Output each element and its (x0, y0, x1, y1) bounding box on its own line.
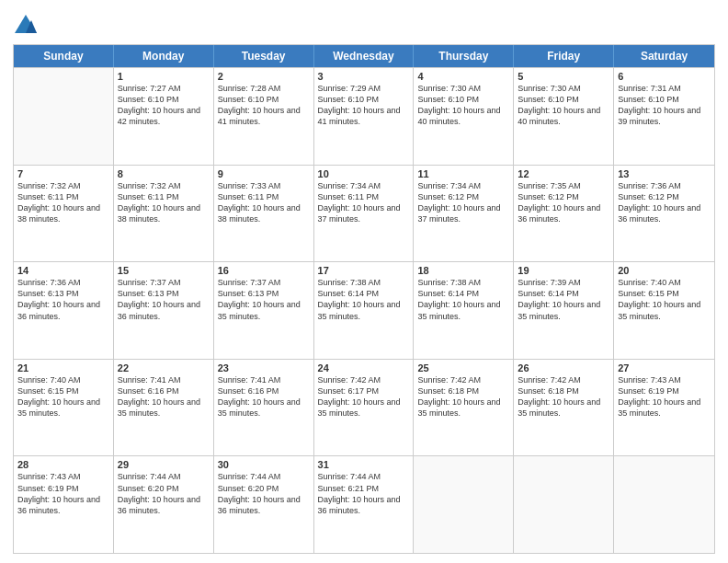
day-number: 23 (218, 362, 310, 373)
calendar-cell: 5Sunrise: 7:30 AM Sunset: 6:10 PM Daylig… (514, 68, 614, 165)
day-info: Sunrise: 7:41 AM Sunset: 6:16 PM Dayligh… (118, 374, 210, 419)
day-number: 31 (318, 459, 410, 470)
calendar-week-4: 21Sunrise: 7:40 AM Sunset: 6:15 PM Dayli… (14, 359, 714, 456)
day-number: 11 (417, 168, 509, 179)
day-number: 20 (618, 265, 711, 276)
day-number: 19 (518, 265, 609, 276)
day-number: 24 (318, 362, 410, 373)
day-number: 18 (417, 265, 509, 276)
day-info: Sunrise: 7:31 AM Sunset: 6:10 PM Dayligh… (618, 83, 711, 128)
calendar-cell: 12Sunrise: 7:35 AM Sunset: 6:12 PM Dayli… (514, 166, 614, 262)
calendar-cell: 30Sunrise: 7:44 AM Sunset: 6:20 PM Dayli… (214, 456, 314, 553)
calendar-cell: 11Sunrise: 7:34 AM Sunset: 6:12 PM Dayli… (414, 166, 514, 262)
calendar-cell: 18Sunrise: 7:38 AM Sunset: 6:14 PM Dayli… (414, 262, 514, 359)
calendar-week-2: 7Sunrise: 7:32 AM Sunset: 6:11 PM Daylig… (14, 165, 714, 262)
calendar-cell: 6Sunrise: 7:31 AM Sunset: 6:10 PM Daylig… (614, 68, 714, 165)
calendar-cell: 21Sunrise: 7:40 AM Sunset: 6:15 PM Dayli… (14, 360, 114, 456)
calendar-cell: 14Sunrise: 7:36 AM Sunset: 6:13 PM Dayli… (14, 262, 114, 359)
calendar-cell: 4Sunrise: 7:30 AM Sunset: 6:10 PM Daylig… (414, 68, 514, 165)
day-info: Sunrise: 7:41 AM Sunset: 6:16 PM Dayligh… (218, 374, 310, 419)
calendar-cell: 22Sunrise: 7:41 AM Sunset: 6:16 PM Dayli… (114, 360, 214, 456)
day-number: 1 (118, 71, 210, 82)
calendar-cell: 8Sunrise: 7:32 AM Sunset: 6:11 PM Daylig… (114, 166, 214, 262)
header-cell-tuesday: Tuesday (214, 45, 314, 67)
day-number: 13 (618, 168, 711, 179)
day-number: 10 (318, 168, 410, 179)
calendar-cell: 7Sunrise: 7:32 AM Sunset: 6:11 PM Daylig… (14, 166, 114, 262)
day-info: Sunrise: 7:38 AM Sunset: 6:14 PM Dayligh… (318, 277, 410, 322)
day-info: Sunrise: 7:42 AM Sunset: 6:18 PM Dayligh… (518, 374, 609, 419)
header (13, 9, 715, 39)
calendar-cell: 23Sunrise: 7:41 AM Sunset: 6:16 PM Dayli… (214, 360, 314, 456)
calendar-cell: 26Sunrise: 7:42 AM Sunset: 6:18 PM Dayli… (514, 360, 614, 456)
calendar-cell: 24Sunrise: 7:42 AM Sunset: 6:17 PM Dayli… (314, 360, 415, 456)
header-cell-wednesday: Wednesday (314, 45, 415, 67)
day-info: Sunrise: 7:34 AM Sunset: 6:12 PM Dayligh… (417, 180, 509, 225)
day-number: 14 (17, 265, 109, 276)
day-number: 15 (118, 265, 210, 276)
day-info: Sunrise: 7:43 AM Sunset: 6:19 PM Dayligh… (618, 374, 711, 419)
day-number: 12 (518, 168, 609, 179)
calendar-cell: 9Sunrise: 7:33 AM Sunset: 6:11 PM Daylig… (214, 166, 314, 262)
day-number: 8 (118, 168, 210, 179)
header-cell-friday: Friday (514, 45, 614, 67)
calendar-cell: 27Sunrise: 7:43 AM Sunset: 6:19 PM Dayli… (614, 360, 714, 456)
day-info: Sunrise: 7:44 AM Sunset: 6:21 PM Dayligh… (318, 471, 410, 516)
day-number: 28 (17, 459, 109, 470)
calendar-cell: 20Sunrise: 7:40 AM Sunset: 6:15 PM Dayli… (614, 262, 714, 359)
day-info: Sunrise: 7:37 AM Sunset: 6:13 PM Dayligh… (118, 277, 210, 322)
day-info: Sunrise: 7:42 AM Sunset: 6:17 PM Dayligh… (318, 374, 410, 419)
day-info: Sunrise: 7:40 AM Sunset: 6:15 PM Dayligh… (17, 374, 109, 419)
page: SundayMondayTuesdayWednesdayThursdayFrid… (0, 0, 728, 563)
calendar-cell: 16Sunrise: 7:37 AM Sunset: 6:13 PM Dayli… (214, 262, 314, 359)
day-number: 5 (518, 71, 609, 82)
day-info: Sunrise: 7:44 AM Sunset: 6:20 PM Dayligh… (218, 471, 310, 516)
calendar-cell (614, 456, 714, 553)
day-number: 3 (318, 71, 410, 82)
day-number: 6 (618, 71, 711, 82)
calendar-cell: 31Sunrise: 7:44 AM Sunset: 6:21 PM Dayli… (314, 456, 415, 553)
day-info: Sunrise: 7:30 AM Sunset: 6:10 PM Dayligh… (518, 83, 609, 128)
day-number: 25 (417, 362, 509, 373)
calendar-week-5: 28Sunrise: 7:43 AM Sunset: 6:19 PM Dayli… (14, 455, 714, 553)
header-cell-monday: Monday (114, 45, 214, 67)
calendar-cell: 2Sunrise: 7:28 AM Sunset: 6:10 PM Daylig… (214, 68, 314, 165)
day-number: 17 (318, 265, 410, 276)
day-info: Sunrise: 7:35 AM Sunset: 6:12 PM Dayligh… (518, 180, 609, 225)
day-info: Sunrise: 7:39 AM Sunset: 6:14 PM Dayligh… (518, 277, 609, 322)
header-cell-saturday: Saturday (614, 45, 714, 67)
calendar-header-row: SundayMondayTuesdayWednesdayThursdayFrid… (14, 45, 714, 67)
calendar-cell: 3Sunrise: 7:29 AM Sunset: 6:10 PM Daylig… (314, 68, 415, 165)
day-info: Sunrise: 7:30 AM Sunset: 6:10 PM Dayligh… (417, 83, 509, 128)
calendar-cell: 15Sunrise: 7:37 AM Sunset: 6:13 PM Dayli… (114, 262, 214, 359)
day-number: 27 (618, 362, 711, 373)
day-info: Sunrise: 7:43 AM Sunset: 6:19 PM Dayligh… (17, 471, 109, 516)
day-number: 21 (17, 362, 109, 373)
calendar: SundayMondayTuesdayWednesdayThursdayFrid… (13, 44, 715, 554)
day-info: Sunrise: 7:27 AM Sunset: 6:10 PM Dayligh… (118, 83, 210, 128)
day-info: Sunrise: 7:28 AM Sunset: 6:10 PM Dayligh… (218, 83, 310, 128)
day-number: 29 (118, 459, 210, 470)
day-number: 30 (218, 459, 310, 470)
day-number: 4 (417, 71, 509, 82)
day-number: 2 (218, 71, 310, 82)
calendar-cell: 19Sunrise: 7:39 AM Sunset: 6:14 PM Dayli… (514, 262, 614, 359)
calendar-cell (414, 456, 514, 553)
calendar-week-3: 14Sunrise: 7:36 AM Sunset: 6:13 PM Dayli… (14, 261, 714, 359)
calendar-cell (14, 68, 114, 165)
day-info: Sunrise: 7:36 AM Sunset: 6:12 PM Dayligh… (618, 180, 711, 225)
day-number: 7 (17, 168, 109, 179)
calendar-cell: 1Sunrise: 7:27 AM Sunset: 6:10 PM Daylig… (114, 68, 214, 165)
calendar-cell: 28Sunrise: 7:43 AM Sunset: 6:19 PM Dayli… (14, 456, 114, 553)
day-info: Sunrise: 7:32 AM Sunset: 6:11 PM Dayligh… (118, 180, 210, 225)
calendar-cell: 25Sunrise: 7:42 AM Sunset: 6:18 PM Dayli… (414, 360, 514, 456)
calendar-cell: 29Sunrise: 7:44 AM Sunset: 6:20 PM Dayli… (114, 456, 214, 553)
day-info: Sunrise: 7:29 AM Sunset: 6:10 PM Dayligh… (318, 83, 410, 128)
day-number: 16 (218, 265, 310, 276)
header-cell-thursday: Thursday (414, 45, 514, 67)
logo-icon (13, 13, 39, 39)
day-number: 22 (118, 362, 210, 373)
calendar-cell: 10Sunrise: 7:34 AM Sunset: 6:11 PM Dayli… (314, 166, 415, 262)
calendar-week-1: 1Sunrise: 7:27 AM Sunset: 6:10 PM Daylig… (14, 67, 714, 165)
day-info: Sunrise: 7:44 AM Sunset: 6:20 PM Dayligh… (118, 471, 210, 516)
